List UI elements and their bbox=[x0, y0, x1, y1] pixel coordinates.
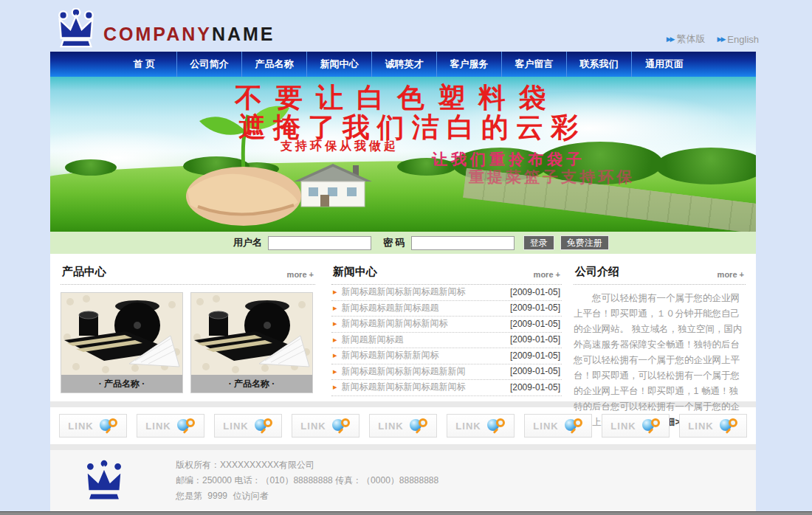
brand-part-name: NAME bbox=[212, 24, 275, 44]
news-item[interactable]: ▸ 新闻标题新闻标新闻标题新闻标 [2009-01-05] bbox=[331, 380, 562, 396]
crown-logo-icon bbox=[81, 459, 127, 503]
products-title: 产品中心 bbox=[62, 265, 106, 279]
lang-link-traditional[interactable]: ▶▶ 繁体版 bbox=[667, 32, 706, 46]
friend-link-label: LINK bbox=[688, 421, 713, 432]
friend-link[interactable]: LINK bbox=[59, 414, 127, 438]
product-card[interactable]: · 产品名称 · bbox=[61, 292, 183, 393]
news-item[interactable]: ▸ 新闻标题新闻标新闻标题新闻标 [2009-01-05] bbox=[331, 285, 562, 301]
copyright-line: 版权所有：XXXXXXXXXX有限公司 bbox=[176, 457, 438, 473]
about-paragraph: 您可以轻松拥有一个属于您的企业网上平台！即买即通，１０分钟开能您自己的企业网站。… bbox=[574, 291, 746, 430]
news-item-date: [2009-01-05] bbox=[510, 382, 560, 393]
nav-item-jobs[interactable]: 诚聘英才 bbox=[372, 52, 437, 77]
footer-text: 版权所有：XXXXXXXXXX有限公司 邮编：250000 电话：（010）88… bbox=[176, 457, 438, 504]
news-item[interactable]: ▸ 新闻标题新闻新闻标新闻标 [2009-01-05] bbox=[331, 317, 562, 333]
login-button[interactable]: 登录 bbox=[523, 235, 554, 250]
about-title: 公司介绍 bbox=[575, 265, 619, 279]
friend-link[interactable]: LINK bbox=[679, 414, 747, 438]
contact-line: 邮编：250000 电话：（010）88888888 传真：（0000）8888… bbox=[176, 473, 438, 488]
friend-link[interactable]: LINK bbox=[602, 414, 670, 438]
banner-subline: 支持环保从我做起 bbox=[281, 139, 399, 154]
friend-link[interactable]: LINK bbox=[137, 414, 204, 438]
friend-link-label: LINK bbox=[145, 421, 171, 432]
nav-item-home[interactable]: 首 页 bbox=[112, 52, 177, 77]
news-item-title: 新闻标题新闻标新闻标题新闻标 bbox=[342, 381, 506, 393]
news-item-title: 新闻标题新闻标新闻标题新闻标 bbox=[342, 286, 506, 298]
friend-link-label: LINK bbox=[378, 421, 403, 432]
arrow-right-icon: ▸ bbox=[333, 382, 337, 392]
friend-link-label: LINK bbox=[68, 421, 93, 432]
search-globe-icon bbox=[177, 418, 196, 434]
products-header: 产品中心 more + bbox=[61, 263, 315, 285]
news-item[interactable]: ▸ 新闻标题新闻标新闻标题新新闻 [2009-01-05] bbox=[331, 364, 562, 381]
friend-link-label: LINK bbox=[223, 421, 248, 432]
product-image bbox=[191, 293, 312, 375]
search-globe-icon bbox=[255, 418, 273, 434]
product-card[interactable]: · 产品名称 · bbox=[190, 292, 313, 393]
product-cards: · 产品名称 · bbox=[61, 292, 315, 393]
friend-link[interactable]: LINK bbox=[369, 414, 437, 438]
friend-link-label: LINK bbox=[533, 421, 558, 432]
arrow-right-icon: ▸ bbox=[333, 303, 337, 313]
double-arrow-icon: ▶▶ bbox=[718, 35, 725, 43]
friend-link[interactable]: LINK bbox=[447, 414, 515, 438]
about-section: 公司介绍 more + 您可以轻松拥有一个属于您的企业网上平台！即买即通，１０分… bbox=[574, 263, 746, 401]
visitor-counter-line: 您是第 9999 位访问者 bbox=[176, 488, 438, 504]
about-more-link[interactable]: more + bbox=[718, 270, 744, 279]
password-label: 密 码 bbox=[383, 236, 405, 249]
bush-shape bbox=[65, 159, 117, 176]
search-globe-icon bbox=[720, 418, 738, 434]
news-item-date: [2009-01-05] bbox=[510, 303, 560, 313]
arrow-right-icon: ▸ bbox=[333, 335, 337, 345]
news-item-date: [2009-01-05] bbox=[510, 334, 560, 345]
friend-link-label: LINK bbox=[300, 421, 326, 432]
products-more-link[interactable]: more + bbox=[287, 270, 314, 279]
lang-link-english[interactable]: ▶▶ English bbox=[718, 32, 759, 46]
nav-item-generic[interactable]: 通用页面 bbox=[632, 52, 697, 77]
arrow-right-icon: ▸ bbox=[333, 319, 337, 328]
main-nav: 首 页 公司简介 产品名称 新闻中心 诚聘英才 客户服务 客户留言 联系我们 通… bbox=[50, 52, 756, 77]
news-item[interactable]: ▸ 新闻题新闻标题 [2009-01-05] bbox=[331, 333, 562, 349]
arrow-right-icon: ▸ bbox=[333, 287, 337, 297]
brand-part-company: COMPANY bbox=[103, 24, 212, 44]
nav-item-service[interactable]: 客户服务 bbox=[437, 52, 502, 77]
main-content: 产品中心 more + bbox=[50, 254, 756, 401]
search-globe-icon bbox=[642, 418, 661, 434]
crown-logo-icon bbox=[55, 8, 97, 49]
company-brand: COMPANYNAME bbox=[103, 24, 275, 45]
language-switcher: ▶▶ 繁体版 ▶▶ English bbox=[667, 32, 759, 46]
username-input[interactable] bbox=[268, 236, 371, 250]
friend-link[interactable]: LINK bbox=[214, 414, 282, 438]
product-image bbox=[61, 293, 182, 375]
password-input[interactable] bbox=[411, 236, 515, 250]
site-header: COMPANYNAME ▶▶ 繁体版 ▶▶ English bbox=[50, 0, 756, 52]
nav-item-about[interactable]: 公司简介 bbox=[177, 52, 242, 77]
nav-item-feedback[interactable]: 客户留言 bbox=[502, 52, 567, 77]
double-arrow-icon: ▶▶ bbox=[667, 35, 674, 43]
banner-slogan-2: 重提菜篮子支持环保 bbox=[469, 167, 635, 187]
friend-link[interactable]: LINK bbox=[524, 414, 592, 438]
about-header: 公司介绍 more + bbox=[574, 263, 746, 285]
news-item[interactable]: ▸ 新闻标题新闻标新新闻标 [2009-01-05] bbox=[331, 348, 562, 364]
products-section: 产品中心 more + bbox=[61, 263, 315, 401]
friend-link[interactable]: LINK bbox=[292, 414, 359, 438]
site-footer: 版权所有：XXXXXXXXXX有限公司 邮编：250000 电话：（010）88… bbox=[50, 450, 756, 511]
nav-item-contact[interactable]: 联系我们 bbox=[567, 52, 632, 77]
news-item[interactable]: ▸ 新闻标题标题新闻标题题 [2009-01-05] bbox=[331, 301, 562, 317]
about-body: 您可以轻松拥有一个属于您的企业网上平台！即买即通，１０分钟开能您自己的企业网站。… bbox=[574, 293, 742, 427]
news-item-title: 新闻标题新闻新闻标新闻标 bbox=[342, 317, 506, 330]
nav-item-news[interactable]: 新闻中心 bbox=[307, 52, 372, 77]
section-divider bbox=[50, 444, 756, 450]
page: COMPANYNAME ▶▶ 繁体版 ▶▶ English 首 页 公司简介 产… bbox=[50, 0, 756, 511]
search-globe-icon bbox=[410, 418, 428, 434]
register-button[interactable]: 免费注册 bbox=[560, 235, 609, 250]
news-more-link[interactable]: more + bbox=[534, 270, 560, 279]
nav-item-products[interactable]: 产品名称 bbox=[242, 52, 307, 77]
news-item-date: [2009-01-05] bbox=[510, 366, 560, 376]
friend-link-label: LINK bbox=[610, 421, 636, 432]
username-label: 用户名 bbox=[233, 236, 262, 249]
search-globe-icon bbox=[332, 418, 351, 434]
arrow-right-icon: ▸ bbox=[333, 367, 337, 376]
window-bottom-edge bbox=[0, 511, 812, 515]
news-item-date: [2009-01-05] bbox=[510, 319, 560, 329]
product-caption: · 产品名称 · bbox=[191, 375, 312, 393]
